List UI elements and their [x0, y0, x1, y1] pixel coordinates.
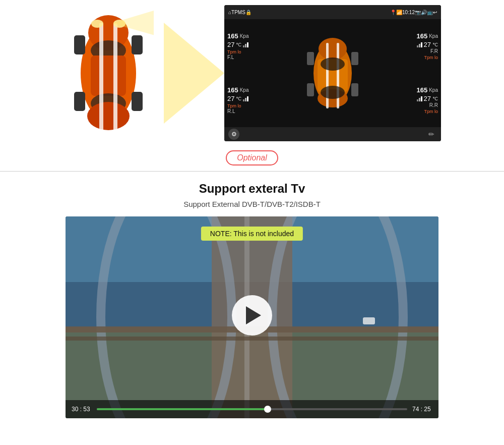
svg-point-16: [319, 38, 347, 60]
back-icon: ↩: [433, 10, 437, 15]
tire-rr: 165 Kpa 27 ℃ R.R Tpm lo: [387, 73, 442, 127]
note-badge: NOTE: This is not included: [201, 227, 303, 241]
svg-rect-8: [74, 35, 85, 54]
tpms-content: ⌂ TPMS 🔒 📍 📶 10:12 📷 🔊 📺 ↩: [0, 0, 504, 146]
svg-rect-19: [326, 43, 329, 108]
total-time: 74 : 25: [412, 406, 432, 413]
svg-rect-25: [307, 83, 314, 96]
svg-rect-23: [307, 52, 314, 65]
section-subtitle: Support External DVB-T/DVB-T2/ISDB-T: [183, 200, 321, 208]
tire-fl: 165 Kpa 27 ℃ Tpm lo F.L: [224, 19, 279, 73]
svg-rect-26: [351, 83, 358, 96]
location-icon: 📍: [390, 10, 396, 15]
svg-point-22: [321, 86, 345, 99]
tpms-bottom-bar: ⚙ ✏: [224, 127, 441, 141]
wifi-icon: 📶: [396, 10, 402, 15]
svg-point-5: [87, 102, 130, 130]
bottom-section: Support exteral Tv Support External DVB-…: [0, 172, 504, 444]
video-player[interactable]: NOTE: This is not included 30 : 53 74 : …: [66, 216, 438, 418]
light-beam: [164, 8, 224, 139]
play-button[interactable]: [232, 295, 272, 336]
progress-thumb[interactable]: [264, 406, 271, 413]
optional-badge: Optional: [226, 150, 278, 165]
tire-rl: 165 Kpa 27 ℃ Tpm lo R.L: [224, 73, 279, 127]
svg-rect-7: [113, 23, 117, 134]
settings-icon[interactable]: ⚙: [228, 129, 239, 140]
svg-rect-9: [132, 35, 143, 54]
svg-rect-3: [91, 55, 126, 96]
section-title: Support exteral Tv: [199, 182, 305, 196]
svg-rect-36: [363, 317, 375, 324]
camera-icon: 📷: [415, 10, 421, 15]
tpms-label: TPMS: [231, 10, 245, 15]
svg-rect-24: [351, 52, 358, 65]
screen-icon: 📺: [427, 10, 433, 15]
progress-bar-container: 30 : 53 74 : 25: [66, 400, 438, 418]
svg-point-12: [91, 20, 103, 28]
svg-rect-20: [337, 43, 339, 108]
play-icon: [246, 306, 261, 324]
lock-icon: 🔒: [245, 10, 251, 15]
svg-rect-11: [132, 92, 143, 111]
tpms-screen: ⌂ TPMS 🔒 📍 📶 10:12 📷 🔊 📺 ↩: [224, 5, 441, 141]
top-section: ⌂ TPMS 🔒 📍 📶 10:12 📷 🔊 📺 ↩: [0, 0, 504, 172]
progress-track[interactable]: [97, 408, 407, 410]
tpms-main: 165 Kpa 27 ℃ Tpm lo F.L: [224, 19, 441, 127]
tire-fr: 165 Kpa 27 ℃ F.R Tpm lo: [387, 19, 442, 73]
current-time: 30 : 53: [72, 406, 92, 413]
edit-icon[interactable]: ✏: [426, 129, 437, 140]
svg-rect-6: [99, 23, 103, 134]
time-display: 10:12: [402, 10, 415, 15]
svg-rect-35: [66, 337, 438, 341]
svg-rect-10: [74, 92, 85, 111]
tpms-car-image: [300, 33, 365, 114]
svg-point-21: [321, 58, 345, 71]
progress-fill: [97, 408, 268, 410]
volume-icon: 🔊: [421, 10, 427, 15]
tpms-status-bar: ⌂ TPMS 🔒 📍 📶 10:12 📷 🔊 📺 ↩: [224, 5, 441, 19]
car-top-view: [63, 8, 164, 139]
